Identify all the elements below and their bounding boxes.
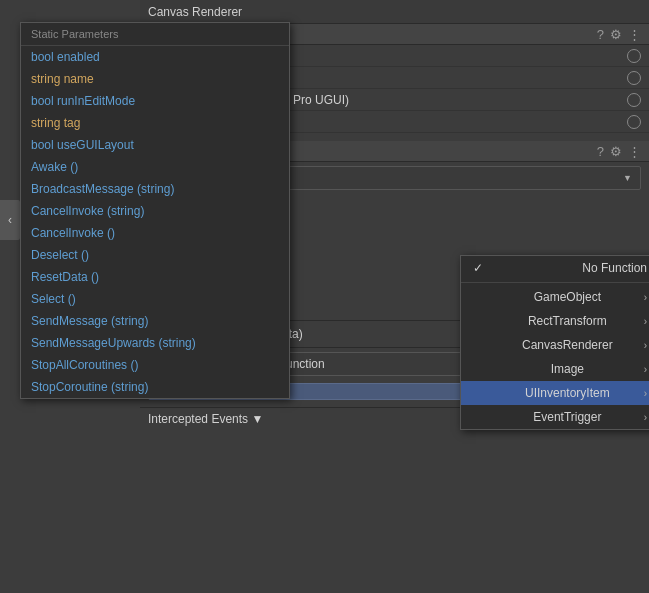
canvas-renderer-header: Canvas Renderer xyxy=(140,0,649,24)
border-toggle[interactable] xyxy=(627,115,641,129)
image-arrow: › xyxy=(644,364,647,375)
sp-bool-useguilayout[interactable]: bool useGUILayout xyxy=(21,134,289,156)
submenu-canvasrenderer-label: CanvasRenderer xyxy=(522,338,613,352)
settings-icon[interactable]: ⚙ xyxy=(610,28,622,41)
submenu-gameobject[interactable]: GameObject › xyxy=(461,285,649,309)
sp-sendmessage[interactable]: SendMessage (string) xyxy=(21,310,289,332)
canvasrenderer-arrow: › xyxy=(644,340,647,351)
submenu-no-function[interactable]: ✓ No Function xyxy=(461,256,649,280)
sp-deselect[interactable]: Deselect () xyxy=(21,244,289,266)
sp-bool-enabled[interactable]: bool enabled xyxy=(21,46,289,68)
submenu-canvasrenderer[interactable]: CanvasRenderer › xyxy=(461,333,649,357)
static-params-header: Static Parameters xyxy=(21,23,289,46)
sp-sendmessageupwards[interactable]: SendMessageUpwards (string) xyxy=(21,332,289,354)
submenu-image-label: Image xyxy=(551,362,584,376)
gameobject-arrow: › xyxy=(644,292,647,303)
dropdown-arrow: ▼ xyxy=(623,173,632,183)
sp-cancelinvoke-string[interactable]: CancelInvoke (string) xyxy=(21,200,289,222)
sp-bool-runineditmode[interactable]: bool runInEditMode xyxy=(21,90,289,112)
sp-select[interactable]: Select () xyxy=(21,288,289,310)
sp-stopallcoroutines[interactable]: StopAllCoroutines () xyxy=(21,354,289,376)
script-header-icons: ? ⚙ ⋮ xyxy=(597,28,641,41)
submenu-uiinventoryitem-label: UIInventoryItem xyxy=(525,386,610,400)
more-icon[interactable]: ⋮ xyxy=(628,28,641,41)
uiinventoryitem-toggle[interactable] xyxy=(627,49,641,63)
submenu-eventtrigger[interactable]: EventTrigger › xyxy=(461,405,649,429)
collapse-arrow[interactable]: ‹ xyxy=(0,200,20,240)
intercepted-events-label[interactable]: Intercepted Events ▼ xyxy=(148,412,263,426)
sp-string-name[interactable]: string name xyxy=(21,68,289,90)
sp-cancelinvoke[interactable]: CancelInvoke () xyxy=(21,222,289,244)
canvas-renderer-title: Canvas Renderer xyxy=(148,5,242,19)
submenu-recttransform[interactable]: RectTransform › xyxy=(461,309,649,333)
submenu-gameobject-label: GameObject xyxy=(534,290,601,304)
image-toggle[interactable] xyxy=(627,71,641,85)
event-header-icons: ? ⚙ ⋮ xyxy=(597,145,641,158)
sp-awake[interactable]: Awake () xyxy=(21,156,289,178)
sp-resetdata[interactable]: ResetData () xyxy=(21,266,289,288)
eventtrigger-arrow: › xyxy=(644,412,647,423)
static-params-menu: Static Parameters bool enabled string na… xyxy=(20,22,290,399)
no-function-submenu: ✓ No Function GameObject › RectTransform… xyxy=(460,255,649,430)
submenu-no-function-label: No Function xyxy=(582,261,647,275)
submenu-recttransform-label: RectTransform xyxy=(528,314,607,328)
submenu-uiinventoryitem[interactable]: UIInventoryItem › xyxy=(461,381,649,405)
help-icon[interactable]: ? xyxy=(597,28,604,41)
recttransform-arrow: › xyxy=(644,316,647,327)
checkmark-icon: ✓ xyxy=(473,261,483,275)
sp-stopcoroutine[interactable]: StopCoroutine (string) xyxy=(21,376,289,398)
sp-string-tag[interactable]: string tag xyxy=(21,112,289,134)
static-params-title: Static Parameters xyxy=(31,28,118,40)
event-settings-icon[interactable]: ⚙ xyxy=(610,145,622,158)
uiinventoryitem-arrow: › xyxy=(644,388,647,399)
event-help-icon[interactable]: ? xyxy=(597,145,604,158)
submenu-eventtrigger-label: EventTrigger xyxy=(533,410,601,424)
collapse-icon: ‹ xyxy=(8,213,12,227)
sp-broadcastmessage[interactable]: BroadcastMessage (string) xyxy=(21,178,289,200)
event-more-icon[interactable]: ⋮ xyxy=(628,145,641,158)
submenu-image[interactable]: Image › xyxy=(461,357,649,381)
text-tmp-toggle[interactable] xyxy=(627,93,641,107)
